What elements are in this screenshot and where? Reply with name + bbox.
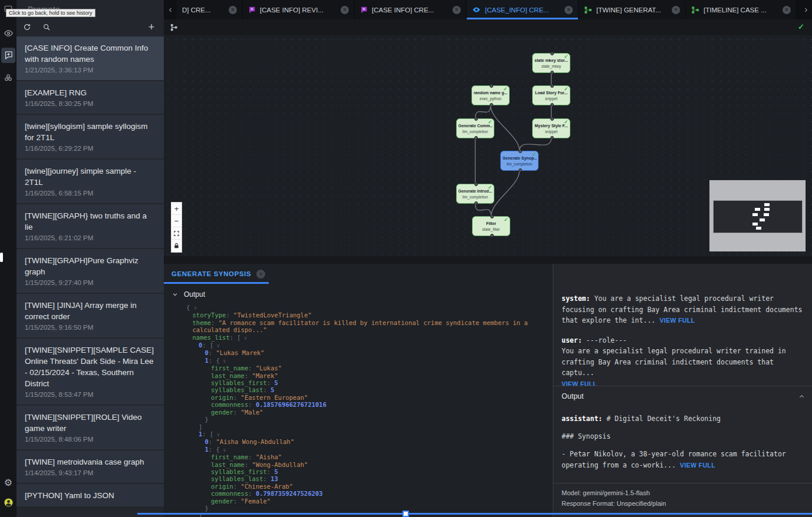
graph-node[interactable]: ✓Filterstate_filter [472,216,510,236]
model-value: gemini/gemini-1.5-flash [583,489,650,496]
search-icon[interactable] [41,22,52,32]
rail-prompts-icon[interactable] [0,48,16,64]
graph-tool-icon[interactable] [170,23,179,34]
code-line: syllables_last: 13 [186,475,553,482]
tab-close-icon[interactable]: × [783,6,791,14]
tab-generate-synopsis[interactable]: GENERATE SYNOPSIS [171,270,251,277]
graph-node[interactable]: ✓Generate Introd...llm_completion [456,184,494,204]
minimap-viewport[interactable] [713,200,803,233]
panel-close-icon[interactable]: × [256,270,265,279]
prompt-list-item[interactable]: [TWINE] metroidvania case graph1/14/2025… [16,450,164,483]
left-resize-handle[interactable] [0,253,3,262]
run-success-check-icon: ✓ [798,22,804,31]
prompt-list-item[interactable]: [TWINE][GRAPH} two truths and a lie1/16/… [16,204,164,248]
output-section-header[interactable]: Output [164,284,553,299]
tab-bar: D] CRE...×[CASE INFO] REVI...×[CASE INFO… [164,0,812,19]
prompt-list-item[interactable]: [EXAMPLE] RNG1/16/2025, 8:30:25 PM [16,81,164,114]
flag-purple-icon [248,6,256,14]
graph-node[interactable]: ✓state mkey stor...state_mkey [532,53,570,73]
bottom-resize-handle[interactable] [402,511,409,517]
rail-flows-icon[interactable] [0,71,16,87]
minimap-node [764,213,769,216]
code-line: first_name: "Lukas" [186,364,553,372]
prompt-list-item[interactable]: [PYTHON] Yaml to JSON [16,484,164,506]
tab-close-icon[interactable]: × [453,6,461,14]
prompt-list-item[interactable]: [CASE INFO] Create Common Info with rand… [16,37,164,80]
prompt-timestamp: 1/15/2025, 9:27:40 PM [25,279,156,287]
graph-node[interactable]: ✓Mystery Style F...snippet [532,118,570,138]
node-subtitle: snippet [545,97,557,101]
node-title: Generate Synop... [503,155,537,161]
prompt-title: [PYTHON] Yaml to JSON [25,490,156,501]
zoom-out-button[interactable]: − [171,215,181,227]
prompt-list-item[interactable]: [TWINE][SNIPPET][ROLE] Video game writer… [16,406,164,449]
tab-4[interactable]: [CASE_INFO] CRE...× [467,0,579,19]
tab-label: [CASE_INFO] CRE... [485,6,549,14]
prompt-timestamp: 1/21/2025, 3:36:13 PM [25,66,156,75]
prompt-title: [twine][syllogism] sample syllogism for … [25,121,156,143]
tab-3[interactable]: [CASE INFO] CRE...× [355,0,467,19]
node-title: Generate Introd... [458,188,493,194]
prompt-title: [EXAMPLE] RNG [25,87,156,98]
refresh-icon[interactable] [22,22,32,32]
code-line: } [186,416,553,423]
tab-close-icon[interactable]: × [672,6,680,14]
node-title: Filter [486,221,496,226]
result-output-header[interactable]: Output [562,392,805,400]
minimap[interactable] [709,180,806,252]
rail-account-icon[interactable] [0,495,16,512]
prompt-title: [TWINE][GRAPH} two truths and a lie [25,210,156,233]
assistant-output: assistant: # Digital Deceit's Reckoning#… [562,413,803,478]
node-canvas[interactable]: +− ✓state mkey stor...state_mkey✓random … [164,35,812,256]
edge [520,138,552,151]
model-info: Model: gemini/gemini-1.5-flash Response … [553,483,812,509]
output-section-label: Output [184,290,205,299]
prompt-list-item[interactable]: [TWINE][GRAPH]Pure Graphviz graph1/15/20… [16,249,164,293]
view-full-link[interactable]: VIEW FULL [680,462,715,469]
edge [476,204,491,216]
graph-node[interactable]: ✓random name g...exec_python [471,85,510,105]
fit-view-button[interactable] [171,227,181,240]
canvas-controls: +− [171,202,182,253]
prompt-list-item[interactable]: [twine][syllogism] sample syllogism for … [16,115,164,158]
prompt-list-item[interactable]: [twine][journey] simple sample - 2T1L1/1… [16,160,164,203]
rail-eye-icon[interactable] [0,26,16,42]
add-prompt-button[interactable]: + [146,22,157,32]
view-full-link[interactable]: VIEW FULL [659,317,695,324]
rail-settings-icon[interactable]: ⚙ [0,474,16,491]
json-output-tree[interactable]: { ∨storyType: "TwistedLoveTriangle"theme… [186,304,553,517]
tab-scroll-left-icon[interactable] [164,0,177,19]
assistant-paragraph: - Petar Nikolov, a 38-year-old romance s… [562,449,803,471]
zoom-in-button[interactable]: + [171,203,181,215]
node-subtitle: state_filter [483,227,500,232]
tab-close-icon[interactable]: × [565,6,573,14]
lock-button[interactable] [171,240,181,252]
prompt-timestamp: 1/15/2025, 9:16:50 PM [25,323,156,332]
prompt-timestamp: 1/16/2025, 8:30:25 PM [25,100,156,108]
history-tooltip: Click to go back, hold to see history [6,9,95,17]
tab-1[interactable]: D] CRE...× [177,0,243,19]
graph-node[interactable]: ✓Generate Comm...llm_completion [456,118,494,138]
node-success-check-icon: ✓ [488,119,492,125]
edge [491,105,520,151]
graph-node[interactable]: ✓Generate Synop...llm_completion [500,151,539,171]
tab-scroll-right-icon[interactable] [799,0,812,19]
tab-label: [TWINE] GENERAT... [596,6,661,14]
graph-node[interactable]: ✓Load Story For...snippet [532,85,570,105]
prompt-list-item[interactable]: [TWINE] [JINJA] Array merge in correct o… [16,294,164,337]
user-message: user: ---role---You are a specialist leg… [562,335,803,390]
bottom-resize-bar[interactable] [137,513,812,515]
tab-close-icon[interactable]: × [341,6,349,14]
main-area: D] CRE...×[CASE INFO] REVI...×[CASE INFO… [164,0,812,517]
code-line: 0: [ ∨ [186,342,553,349]
prompt-title: [twine][journey] simple sample - 2T1L [25,165,156,188]
code-line: 1: { ∨ [186,357,553,364]
tab-close-icon[interactable]: × [229,6,237,14]
prompt-list-item[interactable]: [TWINE][SNIPPET][SAMPLE CASE] Online Thr… [16,339,164,405]
tab-5[interactable]: [TWINE] GENERAT...× [579,0,686,19]
app-window: ⚙ Prompts + [CASE INFO] Create Common In… [0,0,812,517]
code-line: origin: "Chinese-Arab" [186,483,553,490]
tab-2[interactable]: [CASE INFO] REVI...× [243,0,355,19]
tab-6[interactable]: [TIMELINE] CASE ...× [686,0,797,19]
minimap-node [764,208,770,211]
